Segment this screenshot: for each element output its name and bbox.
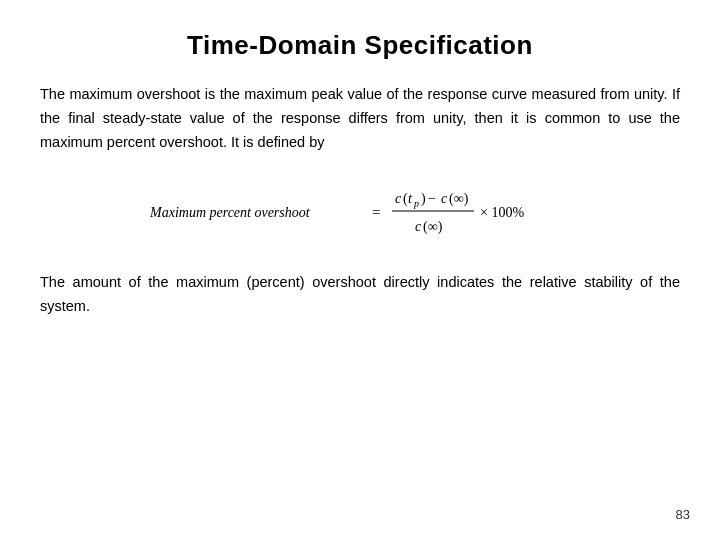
svg-text:=: = xyxy=(372,204,380,220)
svg-text:c: c xyxy=(395,191,402,206)
svg-text:c: c xyxy=(441,191,448,206)
slide-title: Time-Domain Specification xyxy=(40,30,680,61)
svg-text:(∞): (∞) xyxy=(423,219,443,235)
svg-text:): ) xyxy=(421,191,426,207)
svg-text:(∞): (∞) xyxy=(449,191,469,207)
svg-text:−: − xyxy=(428,191,436,206)
page-number: 83 xyxy=(676,507,690,522)
first-paragraph: The maximum overshoot is the maximum pea… xyxy=(40,83,680,155)
svg-text:Maximum percent overshoot: Maximum percent overshoot xyxy=(150,205,311,220)
formula-container: Maximum percent overshoot = c ( t p ) − … xyxy=(40,179,680,247)
svg-text:c: c xyxy=(415,219,422,234)
second-paragraph: The amount of the maximum (percent) over… xyxy=(40,271,680,319)
svg-text:× 100%: × 100% xyxy=(480,205,524,220)
svg-text:t: t xyxy=(408,191,413,206)
svg-text:p: p xyxy=(413,198,419,209)
slide-container: Time-Domain Specification The maximum ov… xyxy=(0,0,720,540)
formula-svg: Maximum percent overshoot = c ( t p ) − … xyxy=(150,179,570,247)
